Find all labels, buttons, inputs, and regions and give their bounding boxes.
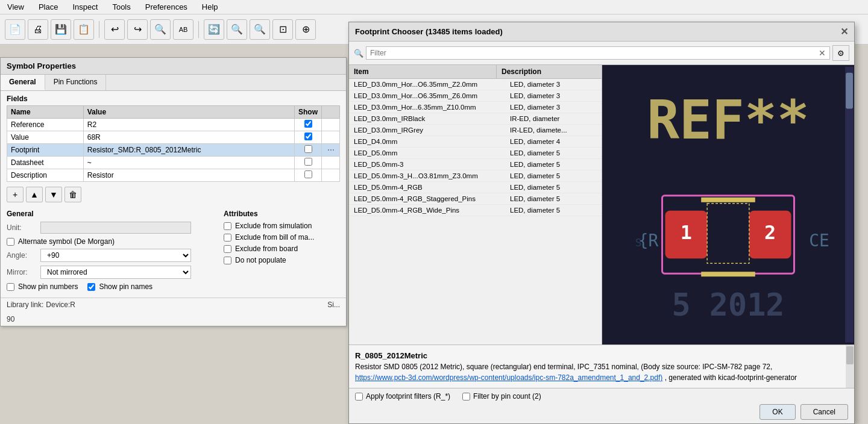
svg-text:CE: CE [809, 231, 829, 251]
table-row[interactable]: Description Resistor [7, 169, 340, 182]
undo-btn[interactable]: ↩ [104, 19, 125, 40]
fp-filter-btn[interactable]: ⚙ [832, 45, 849, 61]
list-item[interactable]: LED_D5.0mm-4_RGB_Staggered_Pins LED, dia… [349, 193, 602, 205]
angle-display: 90 [1, 313, 346, 326]
menu-preferences[interactable]: Preferences [143, 1, 190, 13]
delete-field-btn[interactable]: 🗑 [64, 187, 81, 202]
list-item-desc: LED, diameter 3 [505, 90, 602, 101]
list-item-desc: LED, diameter 5 [505, 148, 602, 158]
library-link-label: Library link: [7, 301, 43, 309]
show-pin-names-row: Show pin names [87, 282, 153, 291]
menu-tools[interactable]: Tools [110, 1, 133, 13]
field-name-datasheet: Datasheet [7, 157, 84, 169]
zoom-in-btn[interactable]: 🔍 [227, 19, 247, 40]
fp-search-clear-btn[interactable]: ✕ [819, 48, 826, 58]
field-value-footprint[interactable]: Resistor_SMD:R_0805_2012Metric [83, 144, 294, 157]
show-pin-names-checkbox[interactable] [87, 283, 95, 291]
attr-exclude-board-checkbox[interactable] [224, 245, 231, 253]
fp-items-list[interactable]: LED_D3.0mm_Hor...O6.35mm_Z2.0mm LED, dia… [349, 79, 602, 344]
attr-do-not-populate-checkbox[interactable] [224, 257, 231, 264]
list-item-name: LED_D3.0mm_IRBlack [349, 113, 505, 124]
text-btn[interactable]: AB [173, 19, 193, 40]
list-item-desc: LED, diameter 5 [505, 193, 602, 204]
menu-inspect[interactable]: Inspect [70, 1, 100, 13]
move-down-btn[interactable]: ▼ [45, 187, 62, 202]
col-show: Show [295, 106, 322, 119]
field-show-value[interactable] [295, 131, 322, 144]
alternate-symbol-checkbox[interactable] [7, 238, 14, 246]
apply-filters-label[interactable]: Apply footprint filters (R_*) [355, 392, 450, 401]
list-item-name: LED_D5.0mm [349, 148, 505, 158]
move-up-btn[interactable]: ▲ [26, 187, 43, 202]
list-item[interactable]: LED_D5.0mm-4_RGB_Wide_Pins LED, diameter… [349, 205, 602, 216]
find-btn[interactable]: 🔍 [150, 19, 171, 40]
list-item-name: LED_D4.0mm [349, 136, 505, 147]
list-item[interactable]: LED_D3.0mm_IRGrey IR-LED, diamete... [349, 125, 602, 136]
field-show-reference[interactable] [295, 119, 322, 131]
zoom-fit-btn[interactable]: ⊡ [272, 19, 293, 40]
fp-bottom-checkboxes: Apply footprint filters (R_*) Filter by … [355, 392, 848, 401]
field-value-datasheet[interactable]: ~ [83, 157, 294, 169]
fp-preview-svg: REF** {R CE S 1 2 [602, 65, 854, 344]
table-row[interactable]: Reference R2 [7, 119, 340, 131]
table-row[interactable]: Footprint Resistor_SMD:R_0805_2012Metric… [7, 144, 340, 157]
new-btn[interactable]: 📄 [5, 19, 25, 40]
unit-input[interactable] [40, 222, 191, 234]
zoom-out-btn[interactable]: 🔍 [250, 19, 270, 40]
redo-btn[interactable]: ↪ [127, 19, 148, 40]
mirror-select[interactable]: Not mirrored Mirror X Mirror Y [40, 266, 191, 279]
show-pin-numbers-checkbox[interactable] [7, 283, 14, 291]
list-item[interactable]: LED_D5.0mm LED, diameter 5 [349, 148, 602, 159]
field-value-description[interactable]: Resistor [83, 169, 294, 182]
field-show-footprint[interactable] [295, 144, 322, 157]
filter-pin-count-checkbox[interactable] [462, 393, 470, 401]
print-btn[interactable]: 🖨 [28, 19, 48, 40]
menu-view[interactable]: View [5, 1, 27, 13]
refresh-btn[interactable]: 🔄 [204, 19, 224, 40]
list-item-desc: LED, diameter 5 [505, 159, 602, 170]
table-row[interactable]: Value 68R [7, 131, 340, 144]
list-item[interactable]: LED_D3.0mm_Hor...O6.35mm_Z6.0mm LED, dia… [349, 90, 602, 102]
list-item[interactable]: LED_D5.0mm-3_H...O3.81mm_Z3.0mm LED, dia… [349, 170, 602, 182]
list-item[interactable]: LED_D5.0mm-4_RGB LED, diameter 5 [349, 182, 602, 193]
field-value-value[interactable]: 68R [83, 131, 294, 144]
cancel-button[interactable]: Cancel [800, 404, 848, 420]
menu-help[interactable]: Help [200, 1, 221, 13]
field-value-reference[interactable]: R2 [83, 119, 294, 131]
table-row[interactable]: Datasheet ~ [7, 157, 340, 169]
tab-pin-functions[interactable]: Pin Functions [45, 75, 107, 90]
attr-exclude-bom-checkbox[interactable] [224, 234, 231, 242]
apply-filters-text: Apply footprint filters (R_*) [366, 392, 450, 401]
field-show-datasheet[interactable] [295, 157, 322, 169]
apply-filters-checkbox[interactable] [355, 393, 363, 401]
list-item[interactable]: LED_D3.0mm_Hor...O6.35mm_Z2.0mm LED, dia… [349, 79, 602, 90]
tab-general[interactable]: General [1, 75, 45, 90]
field-name-description: Description [7, 169, 84, 182]
col-value: Value [83, 106, 294, 119]
save-btn[interactable]: 💾 [51, 19, 71, 40]
fp-close-btn[interactable]: ✕ [840, 26, 848, 37]
fp-search-input[interactable] [370, 49, 816, 57]
fp-bottom-bar: Apply footprint filters (R_*) Filter by … [349, 388, 854, 423]
fp-info-text: Resistor SMD 0805 (2012 Metric), square … [355, 361, 848, 383]
field-lib-footprint[interactable]: ⋯ [322, 144, 340, 157]
attr-exclude-simulation-checkbox[interactable] [224, 222, 231, 230]
field-lib-value [322, 131, 340, 144]
list-item[interactable]: LED_D3.0mm_Hor...6.35mm_Z10.0mm LED, dia… [349, 102, 602, 113]
fp-info-link[interactable]: https://www.pcb-3d.com/wordpress/wp-cont… [355, 373, 662, 382]
list-item[interactable]: LED_D3.0mm_IRBlack IR-ED, diameter [349, 113, 602, 125]
add-field-btn[interactable]: + [7, 187, 24, 202]
filter-pin-count-label[interactable]: Filter by pin count (2) [462, 392, 541, 401]
svg-rect-11 [707, 204, 749, 264]
field-show-description[interactable] [295, 169, 322, 182]
fp-title-text: Footprint Chooser (13485 items loaded) [355, 27, 503, 36]
angle-select[interactable]: +90 0 -90 180 [40, 249, 191, 262]
copy-btn[interactable]: 📋 [74, 19, 94, 40]
ok-button[interactable]: OK [760, 404, 795, 420]
list-item-desc: LED, diameter 3 [505, 102, 602, 113]
list-item-desc: LED, diameter 5 [505, 170, 602, 181]
zoom-sel-btn[interactable]: ⊕ [295, 19, 316, 40]
list-item[interactable]: LED_D4.0mm LED, diameter 4 [349, 136, 602, 148]
menu-place[interactable]: Place [36, 1, 61, 13]
list-item[interactable]: LED_D5.0mm-3 LED, diameter 5 [349, 159, 602, 170]
